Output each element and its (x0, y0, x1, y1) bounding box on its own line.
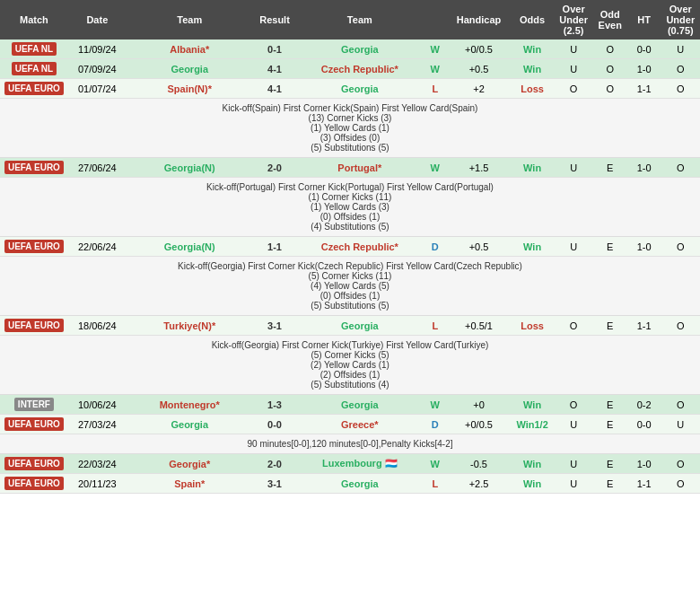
match-result: 0-1 (253, 39, 297, 59)
team2-name[interactable]: Portugal* (296, 158, 423, 178)
match-row: UEFA NL 11/09/24 Albania* 0-1 Georgia W … (0, 39, 700, 59)
team1-name[interactable]: Albania* (127, 39, 253, 59)
team1-name[interactable]: Georgia (127, 59, 253, 79)
odd-even-value: O (593, 59, 627, 79)
win-loss: D (423, 415, 447, 434)
match-result: 1-3 (253, 395, 297, 415)
handicap-value: +0 (447, 395, 510, 415)
odds-label: Loss (521, 83, 544, 94)
match-detail-row: Kick-off(Georgia) First Corner Kick(Czec… (0, 257, 700, 316)
header-team2: Team (296, 0, 423, 39)
over-under-25: O (554, 316, 592, 336)
match-detail-row: 90 minutes[0-0],120 minutes[0-0],Penalty… (0, 434, 700, 454)
team2-label: Luxembourg 🇱🇺 (322, 458, 398, 469)
team1-name[interactable]: Montenegro* (127, 395, 253, 415)
team2-name[interactable]: Czech Republic* (296, 59, 423, 79)
team1-label: Georgia (171, 419, 208, 430)
odds-label: Win (523, 64, 541, 74)
team1-label: Turkiye(N)* (163, 320, 215, 331)
ht-score: 1-0 (627, 454, 661, 474)
odd-even-value: E (593, 395, 627, 415)
team2-name[interactable]: Georgia (296, 316, 423, 336)
over-under-25: U (554, 39, 592, 59)
odds-value: Win (511, 474, 555, 494)
match-date: 01/07/24 (68, 79, 127, 99)
team1-name[interactable]: Georgia (127, 415, 253, 434)
league-badge: UEFA EURO (0, 158, 68, 178)
win-loss: L (423, 79, 447, 99)
team1-name[interactable]: Georgia(N) (127, 237, 253, 257)
team1-name[interactable]: Georgia* (127, 454, 253, 474)
match-detail-text: Kick-off(Georgia) First Corner Kick(Czec… (0, 257, 700, 316)
odds-label: Win (523, 399, 541, 410)
odd-even-value: E (593, 415, 627, 434)
ht-score: 1-0 (627, 158, 661, 178)
handicap-value: +0.5 (447, 237, 510, 257)
win-loss: W (423, 395, 447, 415)
over-under-25: U (554, 237, 592, 257)
match-row: INTERF 10/06/24 Montenegro* 1-3 Georgia … (0, 395, 700, 415)
match-result: 4-1 (253, 79, 297, 99)
header-wl (423, 0, 447, 39)
team2-name[interactable]: Greece* (296, 415, 423, 434)
match-date: 22/06/24 (68, 237, 127, 257)
over-under-075: O (661, 237, 700, 257)
team2-label: Portugal* (337, 162, 381, 173)
team1-label: Georgia(N) (164, 162, 215, 173)
team1-name[interactable]: Turkiye(N)* (127, 316, 253, 336)
over-under-075: O (661, 395, 700, 415)
win-loss: D (423, 237, 447, 257)
odd-even-value: O (593, 79, 627, 99)
over-under-25: U (554, 474, 592, 494)
match-detail-text: Kick-off(Spain) First Corner Kick(Spain)… (0, 99, 700, 158)
team2-label: Georgia (341, 320, 379, 331)
odds-label: Win (523, 459, 541, 469)
team2-name[interactable]: Georgia (296, 474, 423, 494)
league-badge: UEFA EURO (0, 79, 68, 99)
league-label: UEFA NL (12, 62, 57, 75)
league-badge: UEFA NL (0, 39, 68, 59)
handicap-value: +2 (447, 79, 510, 99)
over-under-25: U (554, 158, 592, 178)
win-loss: W (423, 59, 447, 79)
match-date: 11/09/24 (68, 39, 127, 59)
league-label: UEFA EURO (4, 240, 64, 253)
team1-label: Albania* (170, 44, 209, 55)
handicap-value: +2.5 (447, 474, 510, 494)
league-badge: UEFA EURO (0, 237, 68, 257)
odds-value: Win (511, 158, 555, 178)
match-detail-row: Kick-off(Spain) First Corner Kick(Spain)… (0, 99, 700, 158)
team1-name[interactable]: Spain* (127, 474, 253, 494)
team2-name[interactable]: Georgia (296, 39, 423, 59)
over-under-075: U (661, 415, 700, 434)
team1-name[interactable]: Georgia(N) (127, 158, 253, 178)
league-badge: INTERF (0, 395, 68, 415)
league-badge: UEFA EURO (0, 415, 68, 434)
over-under-075: O (661, 158, 700, 178)
handicap-value: +0/0.5 (447, 415, 510, 434)
handicap-value: +0.5 (447, 59, 510, 79)
match-detail-text: 90 minutes[0-0],120 minutes[0-0],Penalty… (0, 434, 700, 454)
over-under-075: O (661, 474, 700, 494)
team2-name[interactable]: Georgia (296, 395, 423, 415)
match-result: 3-1 (253, 316, 297, 336)
wl-value: W (431, 399, 440, 410)
team2-label: Georgia (341, 399, 379, 410)
header-ht: HT (627, 0, 661, 39)
team2-name[interactable]: Czech Republic* (296, 237, 423, 257)
over-under-25: O (554, 79, 592, 99)
odd-even-value: E (593, 158, 627, 178)
match-detail-row: Kick-off(Portugal) First Corner Kick(Por… (0, 178, 700, 237)
odds-label: Loss (521, 320, 544, 331)
match-result: 2-0 (253, 454, 297, 474)
over-under-075: O (661, 454, 700, 474)
match-detail-text: Kick-off(Portugal) First Corner Kick(Por… (0, 178, 700, 237)
wl-value: L (432, 478, 438, 489)
team2-name[interactable]: Luxembourg 🇱🇺 (296, 454, 423, 474)
odds-value: Win1/2 (511, 415, 555, 434)
match-row: UEFA EURO 20/11/23 Spain* 3-1 Georgia L … (0, 474, 700, 494)
over-under-075: U (661, 39, 700, 59)
team1-name[interactable]: Spain(N)* (127, 79, 253, 99)
odd-even-value: E (593, 454, 627, 474)
team2-name[interactable]: Georgia (296, 79, 423, 99)
